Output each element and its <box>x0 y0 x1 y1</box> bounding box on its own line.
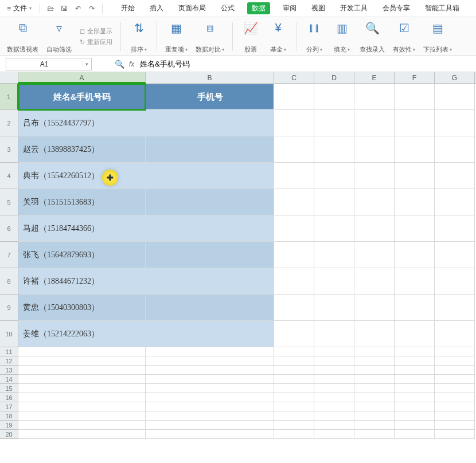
cell[interactable] <box>274 136 314 163</box>
cell[interactable] <box>314 215 354 242</box>
tab-dev[interactable]: 开发工具 <box>338 2 370 14</box>
cell[interactable] <box>435 215 475 242</box>
redo-icon[interactable]: ↷ <box>86 3 97 14</box>
cell[interactable] <box>314 356 354 366</box>
cell[interactable] <box>146 384 274 393</box>
cell[interactable] <box>146 242 274 268</box>
cell[interactable] <box>435 402 475 411</box>
tab-start[interactable]: 开始 <box>119 2 137 14</box>
cell[interactable] <box>274 321 314 347</box>
cell[interactable] <box>274 356 314 366</box>
tab-tools[interactable]: 智能工具箱 <box>423 2 462 14</box>
cell[interactable] <box>146 268 274 295</box>
sort-button[interactable]: ⇅ 排序▾ <box>127 19 151 54</box>
cell[interactable] <box>274 84 314 110</box>
row-header[interactable]: 3 <box>0 136 18 163</box>
cell[interactable]: 吕布（15524437797） <box>18 110 146 136</box>
open-icon[interactable]: 🗁 <box>45 3 56 14</box>
cell[interactable] <box>354 321 395 347</box>
cell[interactable] <box>274 268 314 295</box>
cell[interactable] <box>18 402 146 411</box>
fx-icon[interactable]: fx <box>129 60 134 68</box>
save-icon[interactable]: 🖫 <box>58 3 70 14</box>
cell[interactable] <box>435 347 475 356</box>
cell[interactable] <box>395 430 435 439</box>
cell[interactable] <box>146 421 274 430</box>
cell[interactable]: 姜维（15214222063） <box>18 321 146 347</box>
cell[interactable] <box>435 110 475 136</box>
cell[interactable] <box>354 421 395 430</box>
cell[interactable] <box>146 411 274 421</box>
validation-button[interactable]: ☑ 有效性▾ <box>391 19 418 54</box>
row-header[interactable]: 9 <box>0 295 18 321</box>
row-header[interactable]: 8 <box>0 268 18 295</box>
pivot-button[interactable]: ⧉ 数据透视表 <box>5 19 41 54</box>
cell[interactable] <box>18 366 146 375</box>
cell[interactable] <box>395 268 435 295</box>
cell[interactable] <box>314 110 354 136</box>
search-icon[interactable]: 🔍 <box>115 60 124 69</box>
cell[interactable] <box>395 384 435 393</box>
cell[interactable] <box>354 295 395 321</box>
cell[interactable] <box>146 366 274 375</box>
lookup-button[interactable]: 🔍 查找录入 <box>357 19 387 54</box>
cell[interactable] <box>146 189 274 215</box>
cell[interactable] <box>435 421 475 430</box>
cell[interactable] <box>18 347 146 356</box>
cell[interactable]: 马超（15184744366） <box>18 215 146 242</box>
cell[interactable] <box>314 393 354 402</box>
cell[interactable] <box>354 215 395 242</box>
row-header[interactable]: 4 <box>0 163 18 189</box>
cell[interactable]: 关羽（15151513683） <box>18 189 146 215</box>
cell[interactable] <box>314 163 354 189</box>
cell[interactable] <box>314 366 354 375</box>
row-header[interactable]: 7 <box>0 242 18 268</box>
select-all-corner[interactable] <box>0 72 18 83</box>
cell[interactable] <box>395 110 435 136</box>
cell[interactable] <box>354 393 395 402</box>
cell[interactable] <box>274 163 314 189</box>
split-button[interactable]: ⫿⫿ 分列▾ <box>302 19 326 54</box>
row-header[interactable]: 1 <box>0 84 18 110</box>
cell[interactable] <box>146 402 274 411</box>
row-header[interactable]: 11 <box>0 347 18 356</box>
cell-b1[interactable]: 手机号 <box>146 84 274 110</box>
cell[interactable] <box>354 384 395 393</box>
tab-formula[interactable]: 公式 <box>219 2 237 14</box>
cell[interactable] <box>395 393 435 402</box>
cell[interactable] <box>274 375 314 384</box>
cell[interactable] <box>274 393 314 402</box>
cell[interactable] <box>18 430 146 439</box>
file-menu[interactable]: ≡ 文件 ▾ <box>3 2 35 14</box>
cell[interactable] <box>274 402 314 411</box>
cell[interactable] <box>146 393 274 402</box>
cell[interactable] <box>395 411 435 421</box>
cell[interactable] <box>274 295 314 321</box>
cell[interactable] <box>354 430 395 439</box>
cell[interactable] <box>395 421 435 430</box>
cell[interactable] <box>354 84 395 110</box>
cell[interactable] <box>435 189 475 215</box>
cell[interactable] <box>314 268 354 295</box>
tab-review[interactable]: 审阅 <box>280 2 299 14</box>
cell[interactable] <box>314 347 354 356</box>
row-header[interactable]: 6 <box>0 215 18 242</box>
cell[interactable] <box>435 430 475 439</box>
col-header-d[interactable]: D <box>314 72 354 83</box>
cell[interactable] <box>314 375 354 384</box>
undo-icon[interactable]: ↶ <box>72 3 84 14</box>
cell[interactable] <box>146 295 274 321</box>
name-box[interactable]: A1 ▾ <box>6 58 92 70</box>
cell[interactable] <box>274 366 314 375</box>
cell[interactable] <box>274 189 314 215</box>
cell[interactable] <box>274 242 314 268</box>
tab-data[interactable]: 数据 <box>247 2 270 14</box>
cell[interactable] <box>354 163 395 189</box>
cell[interactable] <box>395 242 435 268</box>
cell[interactable] <box>435 384 475 393</box>
cell[interactable] <box>18 384 146 393</box>
cell[interactable] <box>435 268 475 295</box>
compare-button[interactable]: ⧈ 数据对比▾ <box>193 19 227 54</box>
stock-button[interactable]: 📈 股票 <box>239 19 263 54</box>
cell[interactable] <box>435 321 475 347</box>
